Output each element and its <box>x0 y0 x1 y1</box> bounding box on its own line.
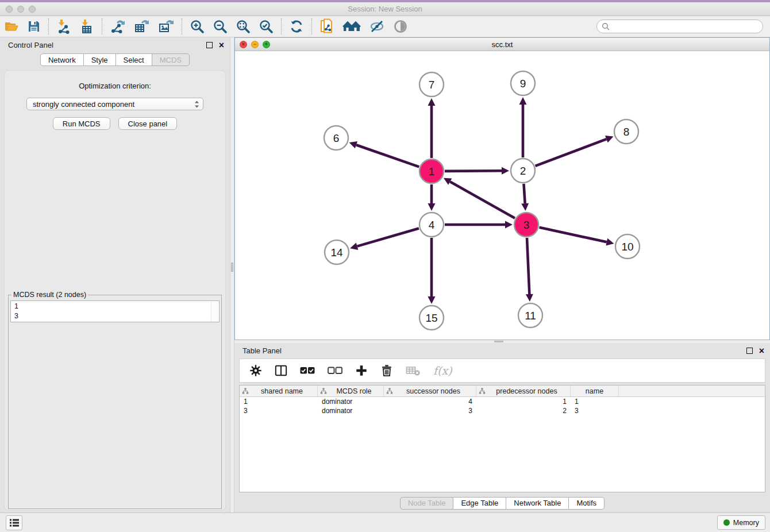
edge-arrowhead <box>502 167 509 175</box>
close-panel-icon[interactable]: × <box>219 42 224 48</box>
table-cell[interactable]: 4 <box>384 398 476 406</box>
table-cell[interactable]: 3 <box>240 407 318 415</box>
close-panel-icon[interactable]: × <box>759 348 764 354</box>
memory-button[interactable]: Memory <box>717 515 765 530</box>
main-area: Control Panel × NetworkStyleSelectMCDS O… <box>0 37 770 512</box>
table-cell[interactable]: 1 <box>240 398 318 406</box>
zoom-fit-button[interactable] <box>232 17 255 36</box>
edge-3-10[interactable] <box>539 228 606 242</box>
tab-network-table[interactable]: Network Table <box>506 497 569 510</box>
tab-node-table[interactable]: Node Table <box>400 497 454 510</box>
delete-table-button[interactable] <box>401 361 426 380</box>
select-all-rows-button[interactable] <box>295 361 320 380</box>
tab-motifs[interactable]: Motifs <box>569 497 605 510</box>
node-label-3: 3 <box>523 219 530 231</box>
show-details-button[interactable] <box>389 17 412 36</box>
delete-column-button[interactable] <box>375 361 398 380</box>
optimization-dropdown[interactable]: strongly connected component <box>26 98 203 110</box>
open-file-button[interactable] <box>0 17 23 36</box>
column-header-name[interactable]: name <box>571 385 619 396</box>
export-table-button[interactable] <box>130 17 154 36</box>
zoom-selected-button[interactable] <box>255 17 278 36</box>
edge-arrowhead <box>521 203 529 211</box>
table-cell[interactable]: 2 <box>476 407 571 415</box>
table-cell[interactable]: 1 <box>476 398 571 406</box>
column-layout-button[interactable] <box>270 361 292 380</box>
table-cell[interactable]: 3 <box>571 407 619 415</box>
control-panel-tabs: NetworkStyleSelectMCDS <box>0 53 230 66</box>
tab-edge-table[interactable]: Edge Table <box>453 497 506 510</box>
column-header-MCDS-role[interactable]: MCDS role <box>318 385 384 396</box>
table-row[interactable]: 1dominator411 <box>240 397 765 406</box>
search-box[interactable] <box>596 20 763 33</box>
edge-arrowhead <box>428 296 436 304</box>
node-label-4: 4 <box>429 219 435 231</box>
float-panel-icon[interactable] <box>206 42 213 48</box>
chevron-updown-icon <box>194 100 199 109</box>
node-table[interactable]: shared nameMCDS rolesuccessor nodesprede… <box>239 385 765 492</box>
import-table-button[interactable] <box>75 17 98 36</box>
edge-3-11[interactable] <box>527 238 529 294</box>
home-view-button[interactable] <box>338 17 365 36</box>
tab-mcds[interactable]: MCDS <box>152 53 190 66</box>
network-canvas[interactable]: 7968124314101511 <box>235 51 769 339</box>
node-label-14: 14 <box>330 246 343 259</box>
duplicate-network-icon <box>319 18 334 34</box>
zoom-in-button[interactable] <box>186 17 209 36</box>
column-header-label: MCDS role <box>327 387 381 395</box>
table-cell[interactable]: dominator <box>318 398 384 406</box>
node-label-11: 11 <box>525 310 536 322</box>
export-network-button[interactable] <box>106 17 130 36</box>
save-session-button[interactable] <box>23 17 45 36</box>
task-history-button[interactable] <box>6 515 22 530</box>
deselect-all-rows-button[interactable] <box>322 361 348 380</box>
edge-arrowhead <box>526 294 533 302</box>
node-label-10: 10 <box>621 241 633 253</box>
export-image-button[interactable] <box>154 17 178 36</box>
splitter-grip[interactable] <box>231 263 233 272</box>
mcds-result-title: MCDS result (2 nodes) <box>11 291 88 299</box>
tab-network[interactable]: Network <box>40 53 84 66</box>
duplicate-network-button[interactable] <box>315 17 338 36</box>
memory-status-icon <box>723 519 730 526</box>
edge-2-8[interactable] <box>536 139 607 166</box>
table-panel-header: Table Panel × <box>234 343 770 358</box>
node-label-7: 7 <box>429 79 435 91</box>
table-panel-title: Table Panel <box>242 346 746 355</box>
status-bar: Memory <box>0 512 770 532</box>
table-cell[interactable]: 3 <box>384 407 476 415</box>
run-mcds-button[interactable]: Run MCDS <box>53 117 110 130</box>
unchecked-boxes-icon <box>328 367 342 375</box>
table-cell[interactable]: dominator <box>318 407 384 415</box>
vertical-splitter[interactable] <box>230 37 234 512</box>
hide-graphics-button[interactable] <box>365 17 389 36</box>
add-column-button[interactable] <box>350 361 373 380</box>
column-header-label: shared name <box>249 387 315 395</box>
tab-style[interactable]: Style <box>84 53 116 66</box>
mcds-panel: Optimization criterion: strongly connect… <box>4 70 226 511</box>
search-input[interactable] <box>613 22 758 30</box>
column-header-predecessor-nodes[interactable]: predecessor nodes <box>476 385 571 396</box>
table-cell[interactable]: 1 <box>571 398 619 406</box>
export-image-icon <box>158 19 174 34</box>
edge-1-6[interactable] <box>356 145 419 167</box>
mcds-result-box[interactable]: 1 3 <box>10 300 220 322</box>
workspace: × − + scc.txt 7968124314101511 Table Pan… <box>234 37 770 512</box>
import-network-button[interactable] <box>52 17 75 36</box>
table-row[interactable]: 3dominator323 <box>240 406 765 415</box>
splitter-grip[interactable] <box>494 341 503 342</box>
zoom-out-button[interactable] <box>209 17 232 36</box>
edge-1-2[interactable] <box>445 171 502 171</box>
edge-4-14[interactable] <box>357 228 419 246</box>
function-builder-button[interactable]: f(x) <box>428 361 457 380</box>
table-settings-button[interactable] <box>244 361 267 380</box>
close-panel-button[interactable]: Close panel <box>118 117 178 130</box>
column-header-shared-name[interactable]: shared name <box>240 385 318 396</box>
result-scrollbar[interactable] <box>211 302 218 321</box>
tab-select[interactable]: Select <box>116 53 152 66</box>
apply-layout-button[interactable] <box>285 17 308 36</box>
column-header-successor-nodes[interactable]: successor nodes <box>384 385 476 396</box>
edge-2-3[interactable] <box>523 184 525 203</box>
float-panel-icon[interactable] <box>746 348 753 354</box>
edge-3-1[interactable] <box>450 182 515 218</box>
